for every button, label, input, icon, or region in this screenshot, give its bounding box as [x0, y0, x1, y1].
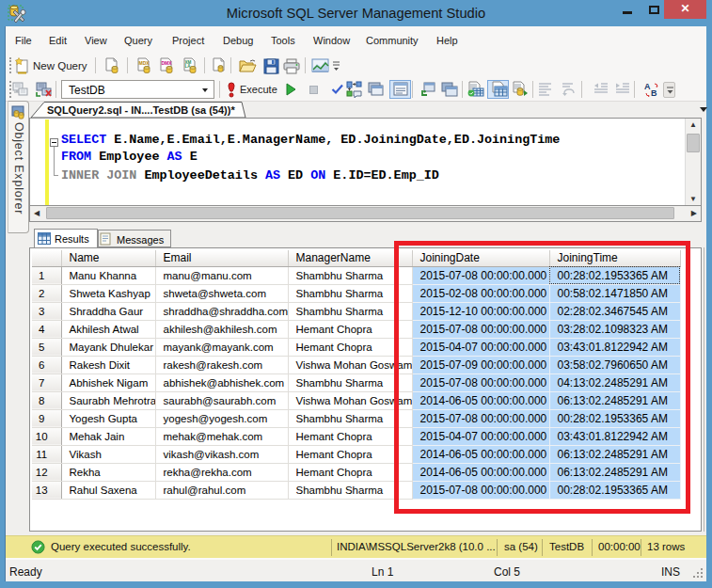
svg-text:DMX: DMX: [162, 60, 173, 66]
svg-text:MDX: MDX: [139, 60, 150, 66]
svg-text:A: A: [644, 82, 651, 91]
svg-text:B: B: [651, 88, 657, 98]
